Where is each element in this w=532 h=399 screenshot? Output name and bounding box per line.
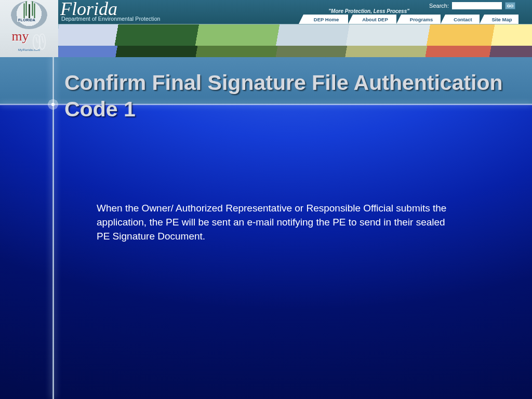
- tagline: "More Protection, Less Process": [328, 8, 409, 14]
- search-label: Search:: [429, 3, 449, 9]
- dep-banner: Florida Department of Environmental Prot…: [0, 0, 532, 57]
- top-nav: DEP Home About DEP Programs Contact Site…: [303, 15, 518, 24]
- nav-about-dep[interactable]: About DEP: [353, 15, 396, 24]
- search-go-button[interactable]: GO: [505, 2, 515, 9]
- nav-dep-home[interactable]: DEP Home: [303, 15, 348, 24]
- slide-title: Confirm Final Signature File Authenticat…: [64, 70, 516, 123]
- florida-seal-icon: FLORIDA: [11, 1, 47, 29]
- myflorida-logo[interactable]: my: [11, 29, 46, 50]
- logo-block: FLORIDA my MyFlorida.com: [0, 0, 58, 57]
- search-input[interactable]: [452, 2, 502, 9]
- nav-contact[interactable]: Contact: [445, 15, 480, 24]
- slide-body: When the Owner/ Authorized Representativ…: [97, 202, 460, 244]
- slide: Confirm Final Signature File Authenticat…: [0, 57, 532, 399]
- department-name: Department of Environmental Protection: [61, 16, 161, 22]
- banner-top-strip: Florida Department of Environmental Prot…: [0, 0, 532, 24]
- banner-photo-strip: [0, 24, 532, 57]
- flipflop-icon: [30, 32, 48, 53]
- myflorida-text: my: [11, 31, 29, 42]
- seal-label: FLORIDA: [17, 18, 36, 22]
- nav-site-map[interactable]: Site Map: [484, 15, 518, 24]
- vertical-rule: [52, 57, 55, 399]
- search: Search: GO: [429, 2, 515, 9]
- nav-programs[interactable]: Programs: [401, 15, 441, 24]
